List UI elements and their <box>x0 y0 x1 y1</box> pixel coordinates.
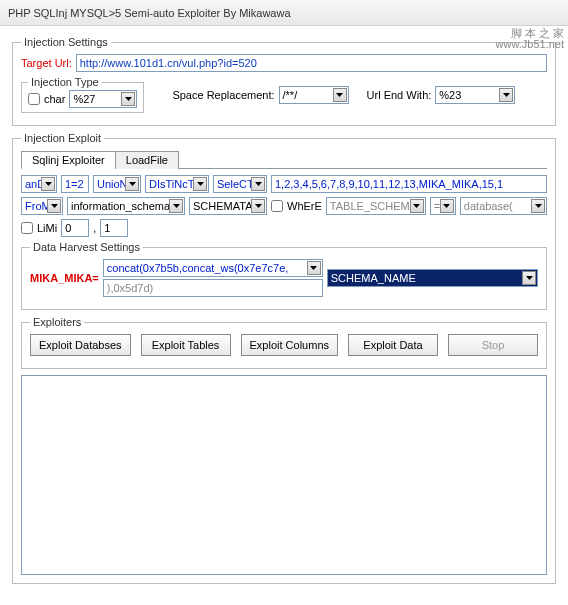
chevron-down-icon <box>193 177 207 191</box>
injection-settings-legend: Injection Settings <box>21 36 111 48</box>
harvest-legend: Data Harvest Settings <box>30 241 143 253</box>
chevron-down-icon <box>251 177 265 191</box>
space-replacement-select[interactable]: /**/ <box>279 86 349 104</box>
window-titlebar: PHP SQLInj MYSQL>5 Semi-auto Exploiter B… <box>0 0 568 26</box>
distinct-select[interactable]: DIsTiNcT <box>145 175 209 193</box>
exploiters-legend: Exploiters <box>30 316 84 328</box>
exploit-databases-button[interactable]: Exploit Databses <box>30 334 131 356</box>
where-checkbox[interactable] <box>271 200 283 212</box>
chevron-down-icon <box>522 271 536 285</box>
exploiters-group: Exploiters Exploit Databses Exploit Tabl… <box>21 316 547 369</box>
char-select[interactable]: %27 <box>69 90 137 108</box>
watermark: 脚 本 之 家 www.Jb51.net <box>496 28 564 50</box>
chevron-down-icon <box>440 199 454 213</box>
select-select[interactable]: SeleCT <box>213 175 267 193</box>
chevron-down-icon <box>251 199 265 213</box>
stop-button[interactable]: Stop <box>448 334 538 356</box>
limit-checkbox[interactable] <box>21 222 33 234</box>
url-end-label: Url End With: <box>367 89 432 101</box>
chevron-down-icon <box>531 199 545 213</box>
schema-name-select[interactable]: SCHEMA_NAME <box>327 269 538 287</box>
chevron-down-icon <box>41 177 55 191</box>
char-label: char <box>44 93 65 105</box>
injection-exploit-group: Injection Exploit Sqlinj Exploiter LoadF… <box>12 132 556 584</box>
limit-2-input[interactable] <box>100 219 128 237</box>
eq-select[interactable]: = <box>430 197 456 215</box>
chevron-down-icon <box>121 92 135 106</box>
schemata-select[interactable]: SCHEMATA <box>189 197 267 215</box>
table-schema-select[interactable]: TABLE_SCHEMA <box>326 197 426 215</box>
exploit-columns-button[interactable]: Exploit Columns <box>241 334 338 356</box>
output-textarea[interactable] <box>21 375 547 575</box>
injection-settings-group: Injection Settings Target Url: Injection… <box>12 36 556 126</box>
tab-loadfile[interactable]: LoadFile <box>115 151 179 169</box>
concat-select[interactable]: concat(0x7b5b,concat_ws(0x7e7c7e, <box>103 259 323 277</box>
window-title: PHP SQLInj MYSQL>5 Semi-auto Exploiter B… <box>8 7 291 19</box>
exploit-tables-button[interactable]: Exploit Tables <box>141 334 231 356</box>
mika-label: MIKA_MIKA= <box>30 272 99 284</box>
tab-sqlinj[interactable]: Sqlinj Exploiter <box>21 151 116 169</box>
injection-type-group: Injection Type char %27 <box>21 76 144 113</box>
chevron-down-icon <box>47 199 61 213</box>
database-select[interactable]: database( <box>460 197 547 215</box>
from-select[interactable]: FroM <box>21 197 63 215</box>
char-checkbox[interactable] <box>28 93 40 105</box>
url-end-select[interactable]: %23 <box>435 86 515 104</box>
space-replacement-label: Space Replacement: <box>172 89 274 101</box>
harvest-group: Data Harvest Settings MIKA_MIKA= concat(… <box>21 241 547 310</box>
limit-1-input[interactable] <box>61 219 89 237</box>
target-url-input[interactable] <box>76 54 547 72</box>
injection-exploit-legend: Injection Exploit <box>21 132 104 144</box>
limit-label: LiMi <box>37 222 57 234</box>
one-two-input[interactable] <box>61 175 89 193</box>
exploit-tabs: Sqlinj Exploiter LoadFile <box>21 150 547 169</box>
and-select[interactable]: anD <box>21 175 57 193</box>
injection-type-legend: Injection Type <box>28 76 102 88</box>
chevron-down-icon <box>307 261 321 275</box>
tail-input <box>103 279 323 297</box>
chevron-down-icon <box>333 88 347 102</box>
exploit-data-button[interactable]: Exploit Data <box>348 334 438 356</box>
chevron-down-icon <box>499 88 513 102</box>
chevron-down-icon <box>125 177 139 191</box>
chevron-down-icon <box>410 199 424 213</box>
info-schema-select[interactable]: information_schema <box>67 197 185 215</box>
chevron-down-icon <box>169 199 183 213</box>
target-url-label: Target Url: <box>21 57 72 69</box>
columns-input[interactable] <box>271 175 547 193</box>
where-label: WhErE <box>287 200 322 212</box>
union-select[interactable]: UnioN <box>93 175 141 193</box>
